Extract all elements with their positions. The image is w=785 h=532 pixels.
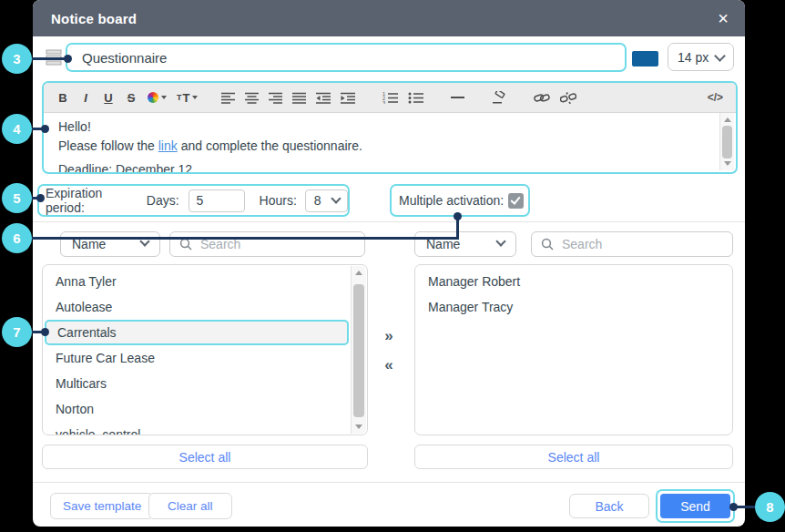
align-left-button[interactable] [221,92,235,104]
multiple-activation-checkbox[interactable] [508,193,524,209]
svg-text:3: 3 [382,99,385,104]
left-search-box [169,231,365,257]
outdent-button[interactable] [316,92,331,104]
list-item[interactable]: Multicars [43,371,367,396]
color-wheel-icon [148,92,158,103]
scroll-down-icon[interactable] [355,425,362,429]
align-center-button[interactable] [245,92,259,104]
strikethrough-button[interactable]: S [125,91,138,105]
expiration-label: Expiration period: [46,186,123,215]
callout-line [27,57,68,60]
expiration-period-group: Expiration period: Days: Hours: 8 [37,184,350,217]
send-button[interactable]: Send [660,494,730,518]
callout-3: 3 [2,44,32,74]
list-item[interactable]: Future Car Lease [43,345,367,371]
color-swatch[interactable] [632,51,658,66]
list-items: Manager RobertManager Tracy [415,265,732,320]
editor-toolbar: B I U S TT 123 </> [44,83,736,113]
scroll-thumb[interactable] [353,284,364,417]
callout-dot [41,328,49,336]
callout-line [456,218,459,238]
days-label: Days: [147,193,179,208]
list-item[interactable]: Carrentals [45,320,349,345]
screenshot-root: Notice board × 14 px B I [0,0,785,532]
caret-down-icon [192,96,198,99]
list-item[interactable]: Norton [43,396,367,422]
callout-5: 5 [2,183,32,213]
subject-input[interactable] [80,49,594,66]
selected-recipients-list: Manager RobertManager Tracy [414,264,733,435]
horizontal-rule-button[interactable] [451,97,464,98]
chevron-down-icon [331,193,341,203]
text-size-button[interactable]: TT [177,91,198,105]
days-input[interactable] [189,189,245,212]
horizontal-line-icon [451,97,464,98]
dialog-title: Notice board [51,11,137,26]
right-filter-select[interactable]: Name [414,231,516,257]
scroll-thumb[interactable] [722,126,732,159]
list-item[interactable]: Manager Tracy [415,294,732,320]
list-item[interactable]: vehicle_control [43,422,367,435]
hours-value: 8 [314,193,321,208]
code-view-button[interactable]: </> [708,91,723,104]
font-size-select[interactable]: 14 px [668,43,734,71]
hours-label: Hours: [260,193,297,208]
font-color-button[interactable] [148,92,167,103]
dialog-header: Notice board × [33,0,745,36]
link-button[interactable] [534,92,550,104]
chevron-down-icon [714,50,726,62]
available-recipients-list: Anna TylerAutoleaseCarrentalsFuture Car … [42,264,368,435]
editor-hyperlink[interactable]: link [158,138,178,153]
left-select-all-button[interactable]: Select all [42,445,368,469]
subject-input-wrap [66,43,627,72]
callout-line [27,237,459,240]
indent-button[interactable] [341,92,355,104]
editor-content[interactable]: Hello! Please follow the link and comple… [44,113,736,174]
chevron-down-icon [495,236,505,246]
callout-6: 6 [2,223,32,253]
callout-dot [729,503,738,511]
multiple-activation-group: Multiple activation: [390,184,530,217]
move-left-button[interactable]: « [375,357,403,373]
back-button[interactable]: Back [569,494,649,518]
callout-8: 8 [755,492,785,522]
scroll-down-icon[interactable] [724,161,731,166]
send-button-highlight: Send [656,489,735,523]
list-scrollbar[interactable] [351,266,366,434]
close-icon[interactable]: × [714,0,732,36]
left-filter-select[interactable]: Name [60,231,160,257]
list-item[interactable]: Manager Robert [415,269,732,294]
align-justify-button[interactable] [292,92,306,104]
editor-scrollbar[interactable] [719,113,734,170]
divider [33,482,745,483]
bold-button[interactable]: B [56,91,69,105]
hours-select[interactable]: 8 [305,189,348,212]
search-icon [541,238,554,251]
list-item[interactable]: Anna Tyler [43,269,367,294]
right-search-box [531,231,733,257]
multiple-activation-label: Multiple activation: [399,193,504,208]
eraser-button[interactable] [492,91,506,104]
list-item[interactable]: Autolease [43,294,367,320]
move-right-button[interactable]: » [375,328,403,343]
underline-button[interactable]: U [102,91,115,105]
callout-dot [41,125,49,133]
clear-all-button[interactable]: Clear all [148,493,232,519]
editor-line: Hello! [58,118,721,137]
italic-button[interactable]: I [79,91,92,105]
scroll-up-icon[interactable] [724,118,731,122]
caret-down-icon [161,96,167,99]
save-template-button[interactable]: Save template [50,493,154,519]
unlink-button[interactable] [560,92,576,104]
right-search-input[interactable] [560,236,724,252]
unordered-list-button[interactable] [408,92,423,104]
list-items: Anna TylerAutoleaseCarrentalsFuture Car … [43,265,367,435]
ordered-list-button[interactable]: 123 [382,92,398,104]
search-icon [179,238,192,251]
align-right-button[interactable] [269,92,282,104]
rich-text-editor: B I U S TT 123 </> [42,81,738,174]
divider [33,221,745,222]
editor-line: Please follow the link and complete the … [58,137,721,156]
scroll-up-icon[interactable] [355,271,362,275]
right-select-all-button[interactable]: Select all [414,445,733,469]
